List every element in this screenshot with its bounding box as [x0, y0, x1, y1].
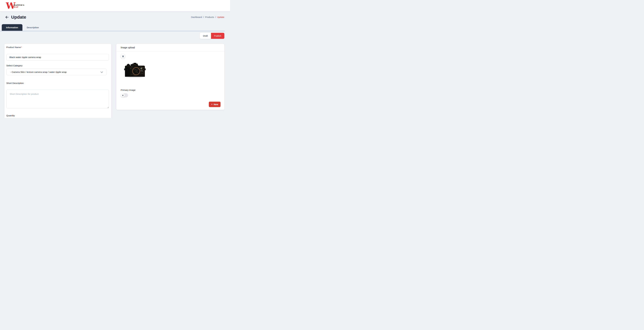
breadcrumb-separator: /: [203, 16, 204, 18]
breadcrumb-separator: /: [215, 16, 216, 18]
product-name-input[interactable]: [6, 54, 109, 61]
camera-model-badge: 7III: [140, 70, 143, 71]
page-header-row: Update Dashboard / Products / Update: [0, 14, 230, 20]
arrow-left-icon: [5, 15, 9, 19]
chevron-down-icon: [100, 71, 103, 73]
category-label: Select Category: [6, 64, 109, 67]
brand-logo-text: RAPPER'S RAP: [14, 2, 24, 8]
new-image-button[interactable]: + New: [209, 102, 220, 107]
image-upload-card: Image upload: [116, 44, 224, 110]
brand-logo-line2: RAP: [14, 6, 24, 8]
camera-alpha-badge: α: [140, 67, 142, 70]
brand-logo-line1: RAPPER'S: [14, 4, 24, 6]
new-button-label: New: [214, 103, 218, 106]
product-info-card: Product Name* Select Category - Camera S…: [4, 44, 111, 118]
toggle-knob: [121, 93, 125, 97]
actions-row: Draft Publish: [0, 33, 224, 39]
brand-logo-w-glyph: W: [6, 2, 15, 9]
publish-button[interactable]: Publish: [211, 33, 224, 39]
tab-information[interactable]: Information: [2, 24, 22, 31]
primary-image-toggle[interactable]: [121, 93, 128, 97]
quantity-label: Quantity: [6, 114, 109, 117]
breadcrumb-products[interactable]: Products: [205, 16, 214, 18]
tabs: Information Description: [2, 24, 230, 31]
short-description-textarea[interactable]: [6, 90, 109, 108]
breadcrumb-dashboard[interactable]: Dashboard: [191, 16, 202, 18]
tabs-underline: [0, 31, 225, 31]
draft-button[interactable]: Draft: [200, 33, 211, 39]
remove-image-button[interactable]: [121, 54, 125, 59]
brand-logo[interactable]: W RAPPER'S RAP: [6, 2, 24, 9]
draft-publish-group: Draft Publish: [200, 33, 224, 39]
breadcrumb: Dashboard / Products / Update: [191, 16, 224, 18]
toggle-x-icon: [122, 95, 124, 96]
image-upload-body: α 7III Primary Image + New: [116, 51, 224, 110]
image-upload-title: Image upload: [116, 44, 224, 51]
required-asterisk: *: [21, 46, 22, 48]
product-name-label: Product Name*: [6, 46, 109, 49]
tab-description[interactable]: Description: [22, 24, 44, 31]
category-select[interactable]: - Camera Skin / texture camera wrap / wa…: [6, 69, 107, 75]
main-content: Update Dashboard / Products / Update Inf…: [0, 14, 230, 118]
close-icon: [122, 55, 124, 57]
category-select-value: - Camera Skin / texture camera wrap / wa…: [6, 71, 66, 73]
top-navbar: W RAPPER'S RAP: [0, 0, 230, 11]
page-title: Update: [11, 15, 26, 20]
product-name-label-text: Product Name: [6, 46, 21, 48]
camera-image: α 7III: [124, 61, 146, 78]
product-image: α 7III: [124, 61, 146, 78]
primary-image-label: Primary Image: [121, 89, 220, 91]
plus-icon: +: [211, 103, 213, 106]
short-description-label: Short Description: [6, 82, 109, 85]
content-columns: Product Name* Select Category - Camera S…: [4, 44, 224, 118]
breadcrumb-update: Update: [217, 16, 224, 18]
back-button[interactable]: [4, 15, 10, 20]
